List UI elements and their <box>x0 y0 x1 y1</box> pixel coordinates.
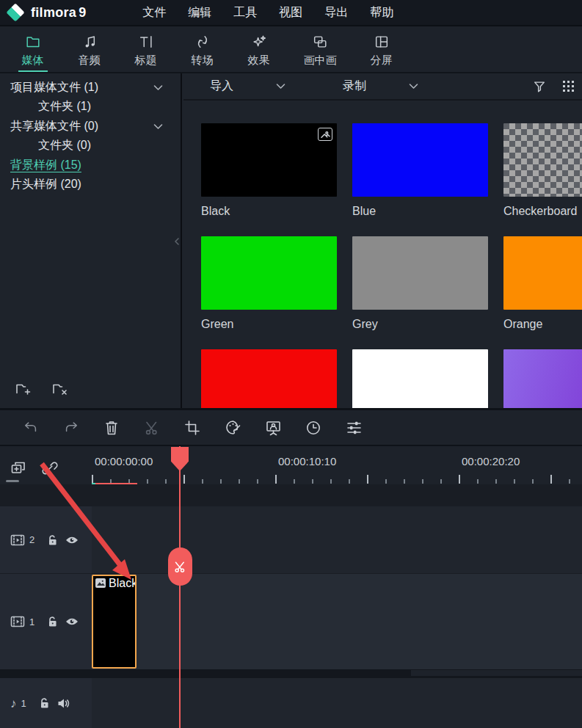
media-item-blue[interactable]: Blue <box>352 123 488 218</box>
filmora-app-window: filmora 9 文件 编辑 工具 视图 导出 帮助 媒体 <box>0 0 582 728</box>
folder-icon <box>25 34 41 50</box>
sidebar-item-project-folder[interactable]: 文件夹 (1) <box>0 98 181 117</box>
sidebar-item-label: 片头样例 (20) <box>10 177 81 192</box>
toggle-visibility-button[interactable] <box>65 536 79 545</box>
media-panel: 导入 录制 <box>183 73 582 408</box>
filmora-logo-icon <box>6 3 24 21</box>
delete-button[interactable] <box>97 413 126 443</box>
sidebar-item-label: 共享媒体文件 (0) <box>10 119 98 134</box>
sidebar-item-sample-intros[interactable]: 片头样例 (20) <box>0 175 181 195</box>
media-item-purple[interactable] <box>503 349 582 408</box>
media-item-white[interactable] <box>352 349 488 408</box>
audio-track-1: ♪ 1 <box>0 678 582 728</box>
sidebar-item-shared-media[interactable]: 共享媒体文件 (0) <box>0 117 181 136</box>
speed-clock-button[interactable] <box>299 413 328 443</box>
cut-button[interactable] <box>137 413 167 443</box>
tab-media[interactable]: 媒体 <box>4 26 61 72</box>
edit-toolbar <box>0 408 582 446</box>
menu-bar: filmora 9 文件 编辑 工具 视图 导出 帮助 <box>0 0 582 26</box>
timeline-clip-black[interactable]: Black <box>92 575 137 669</box>
menu-file[interactable]: 文件 <box>134 0 174 25</box>
sidebar-item-shared-folder[interactable]: 文件夹 (0) <box>0 136 181 156</box>
music-note-icon <box>81 34 98 50</box>
media-item-name: Checkerboard <box>503 205 582 218</box>
text-title-icon <box>138 34 154 50</box>
media-grid: Black Blue Checkerboard Green <box>183 102 582 408</box>
audio-track-1-lane[interactable] <box>92 678 582 728</box>
portrait-chroma-button[interactable] <box>258 413 288 443</box>
media-item-checkerboard[interactable]: Checkerboard <box>503 123 582 218</box>
sidebar-item-label: 项目媒体文件 (1) <box>10 80 98 95</box>
media-panel-header: 导入 录制 <box>183 73 582 101</box>
video-track-icon <box>10 615 25 628</box>
sidebar-item-sample-backgrounds[interactable]: 背景样例 (15) <box>0 156 181 175</box>
brand-version: 9 <box>79 5 86 21</box>
grid-view-button[interactable] <box>562 80 575 92</box>
tab-effects[interactable]: 效果 <box>230 26 287 72</box>
menu-edit[interactable]: 编辑 <box>180 0 219 25</box>
link-clips-button[interactable] <box>40 459 59 478</box>
ruler-label-0: 00:00:00:00 <box>95 455 153 467</box>
chevron-down-icon[interactable] <box>153 84 163 91</box>
track-divider <box>0 669 582 678</box>
media-item-black[interactable]: Black <box>201 123 337 218</box>
lock-track-button[interactable] <box>47 534 58 546</box>
media-item-name: Grey <box>352 318 488 331</box>
sidebar-item-label: 文件夹 (1) <box>38 99 91 114</box>
import-dropdown[interactable]: 导入 <box>210 79 285 94</box>
sidebar-item-label: 背景样例 (15) <box>10 158 81 173</box>
record-dropdown[interactable]: 录制 <box>343 79 418 94</box>
tab-pip-label: 画中画 <box>304 54 337 68</box>
crop-button[interactable] <box>178 413 207 443</box>
media-item-name: Green <box>201 318 337 331</box>
video-track-1-lane[interactable]: Black <box>92 574 582 669</box>
track-number: 2 <box>29 534 40 545</box>
undo-button[interactable] <box>16 413 46 443</box>
import-label: 导入 <box>210 79 233 94</box>
tab-media-label: 媒体 <box>22 54 44 68</box>
video-track-1: 1 <box>0 574 582 669</box>
video-track-2-header: 2 <box>0 506 92 573</box>
filter-button[interactable] <box>533 80 546 93</box>
sidebar-item-project-media[interactable]: 项目媒体文件 (1) <box>0 78 181 98</box>
mute-track-button[interactable] <box>57 698 70 709</box>
toggle-visibility-button[interactable] <box>65 617 79 626</box>
menu-tools[interactable]: 工具 <box>225 0 265 25</box>
media-item-name: Black <box>201 205 337 218</box>
delete-folder-button[interactable] <box>51 380 70 398</box>
lock-track-button[interactable] <box>47 616 58 627</box>
panel-collapse-arrow-icon[interactable] <box>174 233 181 250</box>
tab-transitions[interactable]: 转场 <box>174 26 230 72</box>
menu-export[interactable]: 导出 <box>316 0 356 25</box>
tab-pip[interactable]: 画中画 <box>287 26 353 72</box>
adjust-sliders-button[interactable] <box>339 413 368 443</box>
media-item-orange[interactable]: Orange <box>503 236 582 331</box>
media-item-grey[interactable]: Grey <box>352 236 488 331</box>
tab-audio[interactable]: 音频 <box>61 26 117 72</box>
split-scissors-button[interactable] <box>168 547 192 586</box>
redo-button[interactable] <box>57 413 86 443</box>
menu-help[interactable]: 帮助 <box>362 0 401 25</box>
menu-items: 文件 编辑 工具 视图 导出 帮助 <box>131 0 404 25</box>
split-screen-icon <box>374 34 390 50</box>
ruler-label-2: 00:00:20:20 <box>462 455 520 467</box>
tab-effects-label: 效果 <box>248 54 270 68</box>
clip-label: Black <box>109 577 137 590</box>
add-track-button[interactable] <box>9 459 28 477</box>
color-palette-button[interactable] <box>218 413 247 443</box>
menu-view[interactable]: 视图 <box>271 0 310 25</box>
media-library-sidebar: 项目媒体文件 (1) 文件夹 (1) 共享媒体文件 (0) 文件夹 (0) 背景… <box>0 73 182 408</box>
sidebar-item-label: 文件夹 (0) <box>38 138 91 153</box>
scroll-dash[interactable] <box>6 480 19 482</box>
lock-track-button[interactable] <box>39 697 50 709</box>
chevron-down-icon[interactable] <box>153 123 163 130</box>
library-tab-bar: 媒体 音频 标题 转场 <box>0 26 582 73</box>
video-track-2-lane[interactable] <box>92 506 582 573</box>
ruler-minor-ticks <box>92 479 582 484</box>
media-item-red[interactable] <box>201 349 337 408</box>
playhead-line[interactable] <box>179 446 181 728</box>
tab-splitscreen[interactable]: 分屏 <box>353 26 410 72</box>
add-folder-button[interactable] <box>15 380 34 398</box>
tab-titles[interactable]: 标题 <box>117 26 174 72</box>
media-item-green[interactable]: Green <box>201 236 337 331</box>
